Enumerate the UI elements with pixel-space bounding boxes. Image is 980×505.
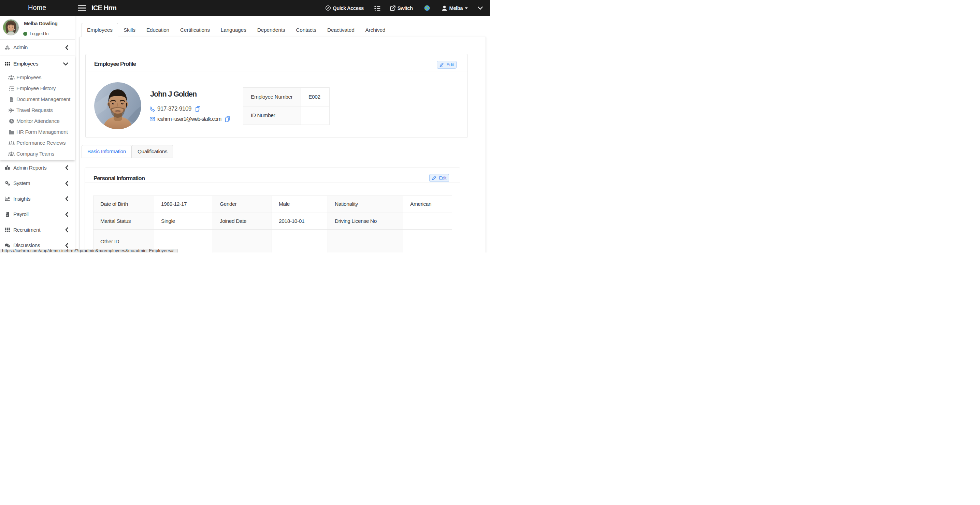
field-label: Date of Birth <box>94 196 154 213</box>
sidebar-group-recruitment[interactable]: Recruitment <box>0 222 75 238</box>
field-label: Joined Date <box>213 213 272 229</box>
cubes-icon <box>5 45 10 50</box>
comments-icon <box>5 243 10 248</box>
chevron-left-icon <box>65 212 68 217</box>
tab-certifications[interactable]: Certifications <box>175 23 215 37</box>
sidebar-item-hr-form-management[interactable]: HR Form Management <box>0 127 75 137</box>
chevron-down-icon <box>63 62 68 65</box>
switch-label: Switch <box>398 5 413 11</box>
sidebar-group-employees-head[interactable]: Employees <box>0 56 75 72</box>
employee-id-table: Employee Number E002 ID Number <box>243 88 329 125</box>
user-menu[interactable]: Melba <box>442 5 468 11</box>
tab-languages[interactable]: Languages <box>215 23 252 37</box>
module-tabs: Employees Skills Education Certification… <box>81 23 391 37</box>
tab-contacts[interactable]: Contacts <box>290 23 322 37</box>
menu-hamburger-icon[interactable] <box>78 5 86 11</box>
sidebar-submenu: Employees Employee History Document Mana… <box>0 72 75 160</box>
field-value: Single <box>154 213 213 229</box>
field-label: Employee Number <box>243 88 301 107</box>
field-label: ID Number <box>243 106 301 125</box>
list-check-icon <box>374 5 380 11</box>
employee-profile-header: Employee Profile Edit <box>86 54 468 72</box>
quick-access-button[interactable]: Quick Access <box>326 5 364 11</box>
copy-icon[interactable] <box>196 106 200 112</box>
sidebar-user-name: Melba Dowling <box>24 21 58 26</box>
quick-access-label: Quick Access <box>333 5 364 11</box>
field-label: Gender <box>213 196 272 213</box>
main-content: Employees Skills Education Certification… <box>75 16 490 253</box>
sidebar-item-label: Employee History <box>16 85 56 91</box>
sidebar-group-payroll[interactable]: Payroll <box>0 206 75 222</box>
sidebar-group-insights[interactable]: Insights <box>0 191 75 207</box>
file-lines-icon <box>8 97 15 102</box>
avatar[interactable] <box>3 19 19 35</box>
sidebar-item-employees[interactable]: Employees <box>0 72 75 83</box>
switch-button[interactable]: Switch <box>390 5 413 11</box>
field-value: American <box>403 196 452 213</box>
pencil-icon <box>432 176 436 180</box>
edit-button-label: Edit <box>439 175 446 180</box>
user-menu-label: Melba <box>449 5 463 11</box>
tab-skills[interactable]: Skills <box>118 23 141 37</box>
folder-icon <box>8 130 15 134</box>
language-globe-button[interactable] <box>424 5 430 11</box>
copy-icon[interactable] <box>225 116 230 122</box>
sidebar-group-label: Recruitment <box>13 227 40 233</box>
clock-icon <box>8 119 15 124</box>
list-check-icon <box>8 86 15 91</box>
status-url: https://icehrm.com/app/demo-icehrm/?g=ad… <box>2 249 174 253</box>
employee-email[interactable]: icehrm+user1@web-stalk.com <box>157 116 221 122</box>
field-value: E002 <box>301 88 329 107</box>
tab-deactivated[interactable]: Deactivated <box>322 23 360 37</box>
tab-employees[interactable]: Employees <box>81 23 118 37</box>
diagram-icon <box>8 141 15 145</box>
tasks-button[interactable] <box>374 5 380 11</box>
chevron-left-icon <box>65 181 68 186</box>
compass-icon <box>326 5 331 11</box>
sidebar-item-travel-requests[interactable]: Travel Requests <box>0 105 75 116</box>
subtab-basic-information[interactable]: Basic Information <box>81 145 132 158</box>
sidebar-item-label: Performance Reviews <box>16 140 65 146</box>
sidebar-group-system[interactable]: System <box>0 175 75 191</box>
chevron-left-icon <box>65 165 68 170</box>
sidebar-group-label: System <box>13 180 30 186</box>
status-label: Logged In <box>30 31 48 36</box>
caret-down-icon <box>465 7 468 9</box>
sidebar-group-label: Admin Reports <box>13 165 46 171</box>
tab-archived[interactable]: Archived <box>360 23 391 37</box>
sidebar-group-admin[interactable]: Admin <box>0 40 75 56</box>
chevron-left-icon <box>65 243 68 248</box>
personal-information-card: Personal Information Edit Date of Birth … <box>84 167 460 253</box>
subtab-qualifications[interactable]: Qualifications <box>132 145 173 158</box>
employee-phone[interactable]: 917-372-9109 <box>157 105 191 112</box>
field-value <box>403 213 452 229</box>
collapse-navbar-button[interactable] <box>478 6 483 10</box>
tab-education[interactable]: Education <box>141 23 175 37</box>
sidebar-item-performance-reviews[interactable]: Performance Reviews <box>0 137 75 148</box>
sidebar-group-label: Discussions <box>13 242 40 249</box>
personal-edit-button[interactable]: Edit <box>429 174 449 182</box>
status-dot <box>23 32 27 36</box>
profile-edit-button[interactable]: Edit <box>437 61 457 69</box>
field-value: 1989-12-17 <box>154 196 213 213</box>
nav-right-cluster: Quick Access Switch Melba <box>326 0 483 16</box>
sidebar-item-company-teams[interactable]: Company Teams <box>0 148 75 159</box>
users-icon <box>8 75 15 80</box>
sidebar-item-label: Monitor Attendance <box>16 118 59 124</box>
switch-icon <box>390 5 396 11</box>
sidebar-group-employees: Employees Employees Employee History <box>0 56 75 160</box>
top-navbar: Home ICE Hrm Quick Access Switch <box>0 0 490 16</box>
field-value: 2018-10-01 <box>272 213 328 229</box>
profile-subtabs: Basic Information Qualifications <box>81 145 173 158</box>
sidebar-item-employee-history[interactable]: Employee History <box>0 83 75 94</box>
personal-information-header: Personal Information Edit <box>85 168 460 183</box>
sidebar-group-admin-reports[interactable]: Admin Reports <box>0 160 75 176</box>
field-label <box>213 229 272 253</box>
tab-dependents[interactable]: Dependents <box>252 23 291 37</box>
sidebar-item-monitor-attendance[interactable]: Monitor Attendance <box>0 116 75 127</box>
nav-home-link[interactable]: Home <box>28 0 46 16</box>
sidebar-item-document-management[interactable]: Document Management <box>0 94 75 105</box>
sidebar-group-label: Admin <box>13 45 28 51</box>
sidebar-item-label: HR Form Management <box>16 129 68 135</box>
table-row: ID Number <box>243 106 329 125</box>
